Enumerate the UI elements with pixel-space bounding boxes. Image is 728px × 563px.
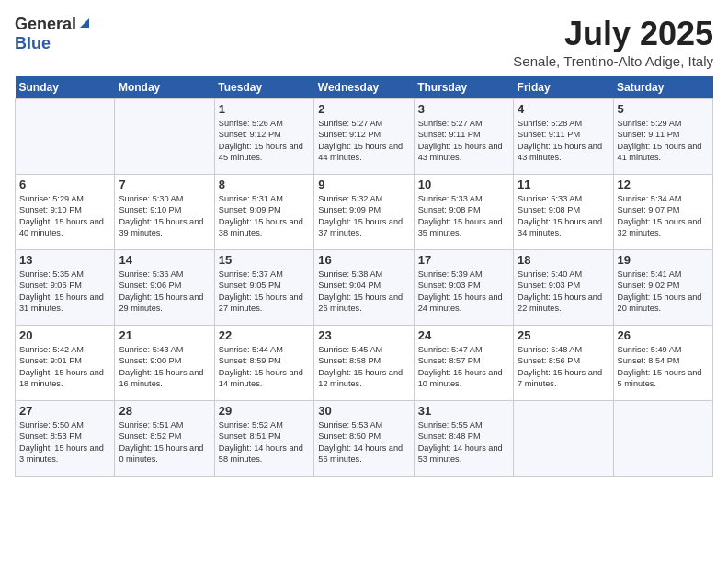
day-info: Sunrise: 5:39 AM Sunset: 9:03 PM Dayligh…: [418, 269, 509, 315]
day-number: 17: [418, 253, 509, 267]
day-info: Sunrise: 5:50 AM Sunset: 8:53 PM Dayligh…: [19, 419, 110, 465]
day-number: 7: [119, 178, 210, 191]
calendar-cell: 8Sunrise: 5:31 AM Sunset: 9:09 PM Daylig…: [214, 175, 313, 250]
day-header-saturday: Saturday: [613, 76, 712, 99]
calendar-cell: 24Sunrise: 5:47 AM Sunset: 8:57 PM Dayli…: [414, 326, 513, 401]
calendar-cell: 12Sunrise: 5:34 AM Sunset: 9:07 PM Dayli…: [613, 175, 712, 250]
month-year: July 2025: [513, 15, 713, 53]
day-header-wednesday: Wednesday: [314, 76, 414, 99]
day-info: Sunrise: 5:41 AM Sunset: 9:02 PM Dayligh…: [618, 269, 709, 315]
calendar-cell: 10Sunrise: 5:33 AM Sunset: 9:08 PM Dayli…: [414, 175, 513, 250]
calendar-cell: 2Sunrise: 5:27 AM Sunset: 9:12 PM Daylig…: [314, 99, 414, 175]
day-number: 23: [318, 328, 409, 342]
day-info: Sunrise: 5:48 AM Sunset: 8:56 PM Dayligh…: [518, 344, 609, 390]
calendar-week-3: 13Sunrise: 5:35 AM Sunset: 9:06 PM Dayli…: [16, 250, 713, 326]
day-info: Sunrise: 5:49 AM Sunset: 8:54 PM Dayligh…: [618, 344, 709, 390]
day-number: 13: [19, 253, 110, 267]
calendar-week-2: 6Sunrise: 5:29 AM Sunset: 9:10 PM Daylig…: [16, 175, 713, 250]
calendar-cell: 16Sunrise: 5:38 AM Sunset: 9:04 PM Dayli…: [314, 250, 414, 326]
day-number: 4: [518, 102, 609, 116]
calendar-cell: 26Sunrise: 5:49 AM Sunset: 8:54 PM Dayli…: [613, 326, 712, 401]
calendar-cell: 1Sunrise: 5:26 AM Sunset: 9:12 PM Daylig…: [214, 99, 313, 175]
day-info: Sunrise: 5:40 AM Sunset: 9:03 PM Dayligh…: [518, 269, 609, 315]
day-info: Sunrise: 5:44 AM Sunset: 8:59 PM Dayligh…: [219, 344, 310, 390]
day-info: Sunrise: 5:29 AM Sunset: 9:10 PM Dayligh…: [19, 193, 110, 239]
day-header-tuesday: Tuesday: [214, 76, 313, 99]
calendar-header-row: SundayMondayTuesdayWednesdayThursdayFrid…: [16, 76, 713, 99]
day-number: 20: [19, 328, 110, 342]
day-number: 31: [418, 404, 509, 418]
day-number: 2: [318, 102, 409, 116]
day-number: 24: [418, 328, 509, 342]
calendar-cell: 31Sunrise: 5:55 AM Sunset: 8:48 PM Dayli…: [414, 401, 513, 477]
day-info: Sunrise: 5:26 AM Sunset: 9:12 PM Dayligh…: [219, 118, 310, 164]
calendar-cell: 28Sunrise: 5:51 AM Sunset: 8:52 PM Dayli…: [115, 401, 214, 477]
calendar-cell: 5Sunrise: 5:29 AM Sunset: 9:11 PM Daylig…: [613, 99, 712, 175]
day-header-thursday: Thursday: [414, 76, 513, 99]
location: Senale, Trentino-Alto Adige, Italy: [513, 53, 713, 69]
calendar-cell: 13Sunrise: 5:35 AM Sunset: 9:06 PM Dayli…: [16, 250, 115, 326]
day-number: 9: [318, 178, 409, 191]
day-number: 1: [219, 102, 310, 116]
day-info: Sunrise: 5:29 AM Sunset: 9:11 PM Dayligh…: [618, 118, 709, 164]
day-info: Sunrise: 5:38 AM Sunset: 9:04 PM Dayligh…: [318, 269, 409, 315]
day-number: 10: [418, 178, 509, 191]
calendar-week-5: 27Sunrise: 5:50 AM Sunset: 8:53 PM Dayli…: [16, 401, 713, 477]
day-info: Sunrise: 5:34 AM Sunset: 9:07 PM Dayligh…: [618, 193, 709, 239]
day-number: 11: [518, 178, 609, 191]
day-info: Sunrise: 5:27 AM Sunset: 9:11 PM Dayligh…: [418, 118, 509, 164]
day-number: 5: [618, 102, 709, 116]
calendar-cell: 14Sunrise: 5:36 AM Sunset: 9:06 PM Dayli…: [115, 250, 214, 326]
calendar-cell: 18Sunrise: 5:40 AM Sunset: 9:03 PM Dayli…: [514, 250, 613, 326]
day-number: 15: [219, 253, 310, 267]
day-info: Sunrise: 5:28 AM Sunset: 9:11 PM Dayligh…: [518, 118, 609, 164]
day-info: Sunrise: 5:36 AM Sunset: 9:06 PM Dayligh…: [119, 269, 210, 315]
day-info: Sunrise: 5:53 AM Sunset: 8:50 PM Dayligh…: [318, 419, 409, 465]
calendar-cell: 30Sunrise: 5:53 AM Sunset: 8:50 PM Dayli…: [314, 401, 414, 477]
calendar-cell: [115, 99, 214, 175]
day-number: 8: [219, 178, 310, 191]
day-info: Sunrise: 5:45 AM Sunset: 8:58 PM Dayligh…: [318, 344, 409, 390]
calendar-week-1: 1Sunrise: 5:26 AM Sunset: 9:12 PM Daylig…: [16, 99, 713, 175]
day-number: 29: [219, 404, 310, 418]
calendar-cell: 25Sunrise: 5:48 AM Sunset: 8:56 PM Dayli…: [514, 326, 613, 401]
calendar-cell: 23Sunrise: 5:45 AM Sunset: 8:58 PM Dayli…: [314, 326, 414, 401]
day-number: 26: [618, 328, 709, 342]
day-info: Sunrise: 5:37 AM Sunset: 9:05 PM Dayligh…: [219, 269, 310, 315]
day-number: 27: [19, 404, 110, 418]
day-number: 21: [119, 328, 210, 342]
day-info: Sunrise: 5:35 AM Sunset: 9:06 PM Dayligh…: [19, 269, 110, 315]
day-info: Sunrise: 5:42 AM Sunset: 9:01 PM Dayligh…: [19, 344, 110, 390]
calendar-cell: [16, 99, 115, 175]
calendar-cell: 7Sunrise: 5:30 AM Sunset: 9:10 PM Daylig…: [115, 175, 214, 250]
calendar-cell: 19Sunrise: 5:41 AM Sunset: 9:02 PM Dayli…: [613, 250, 712, 326]
calendar-cell: 20Sunrise: 5:42 AM Sunset: 9:01 PM Dayli…: [16, 326, 115, 401]
calendar-cell: [514, 401, 613, 477]
day-number: 30: [318, 404, 409, 418]
calendar-cell: 21Sunrise: 5:43 AM Sunset: 9:00 PM Dayli…: [115, 326, 214, 401]
day-number: 6: [19, 178, 110, 191]
day-info: Sunrise: 5:33 AM Sunset: 9:08 PM Dayligh…: [418, 193, 509, 239]
logo: General Blue: [15, 15, 91, 53]
day-number: 12: [618, 178, 709, 191]
day-header-monday: Monday: [115, 76, 214, 99]
day-number: 28: [119, 404, 210, 418]
day-info: Sunrise: 5:52 AM Sunset: 8:51 PM Dayligh…: [219, 419, 310, 465]
day-info: Sunrise: 5:32 AM Sunset: 9:09 PM Dayligh…: [318, 193, 409, 239]
calendar-cell: 17Sunrise: 5:39 AM Sunset: 9:03 PM Dayli…: [414, 250, 513, 326]
day-number: 19: [618, 253, 709, 267]
day-info: Sunrise: 5:27 AM Sunset: 9:12 PM Dayligh…: [318, 118, 409, 164]
day-number: 16: [318, 253, 409, 267]
logo-arrow-icon: [78, 17, 91, 33]
day-number: 22: [219, 328, 310, 342]
logo-blue-text: Blue: [15, 34, 51, 52]
calendar-table: SundayMondayTuesdayWednesdayThursdayFrid…: [15, 76, 713, 477]
calendar-cell: 22Sunrise: 5:44 AM Sunset: 8:59 PM Dayli…: [214, 326, 313, 401]
day-header-friday: Friday: [514, 76, 613, 99]
calendar-cell: 27Sunrise: 5:50 AM Sunset: 8:53 PM Dayli…: [16, 401, 115, 477]
day-info: Sunrise: 5:30 AM Sunset: 9:10 PM Dayligh…: [119, 193, 210, 239]
logo-general-text: General: [15, 15, 76, 34]
day-info: Sunrise: 5:47 AM Sunset: 8:57 PM Dayligh…: [418, 344, 509, 390]
day-info: Sunrise: 5:31 AM Sunset: 9:09 PM Dayligh…: [219, 193, 310, 239]
page-header: General Blue July 2025 Senale, Trentino-…: [15, 15, 713, 69]
